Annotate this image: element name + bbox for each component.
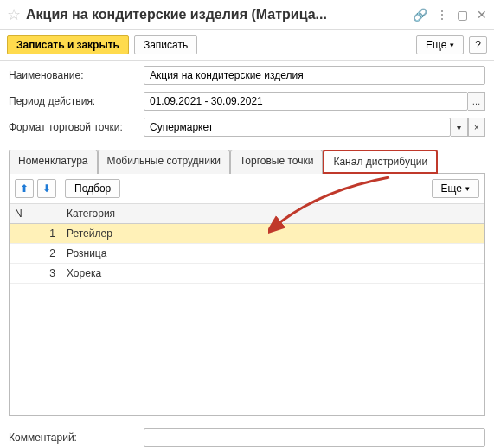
period-ellipsis-button[interactable]: … [468, 92, 485, 111]
more-button[interactable]: Еще▾ [416, 35, 464, 54]
period-input[interactable] [144, 92, 468, 111]
period-label: Период действия: [9, 95, 138, 107]
name-label: Наименование: [9, 69, 138, 81]
move-down-button[interactable]: ⬇ [37, 179, 56, 198]
name-input[interactable] [144, 66, 485, 85]
arrow-up-icon: ⬆ [20, 182, 29, 195]
window-close-icon[interactable]: ✕ [477, 8, 487, 22]
tab-mobile-employees[interactable]: Мобильные сотрудники [98, 150, 230, 174]
format-input[interactable] [144, 118, 451, 137]
favorite-star-icon[interactable]: ☆ [7, 5, 21, 24]
link-icon[interactable]: 🔗 [413, 8, 427, 22]
tab-distribution-channel[interactable]: Канал дистрибуции [323, 150, 438, 174]
select-button[interactable]: Подбор [65, 179, 120, 198]
arrow-down-icon: ⬇ [42, 182, 51, 195]
window-maximize-icon[interactable]: ▢ [457, 8, 468, 22]
tab-trade-points[interactable]: Торговые точки [230, 150, 324, 174]
tab-nomenclature[interactable]: Номенклатура [9, 150, 98, 174]
table-row[interactable]: 1 Ретейлер [10, 224, 484, 244]
format-clear-button[interactable]: × [468, 118, 485, 137]
format-label: Формат торговой точки: [9, 121, 138, 133]
save-button[interactable]: Записать [134, 35, 197, 54]
table-row[interactable]: 3 Хорека [10, 264, 484, 284]
distribution-table[interactable]: N Категория 1 Ретейлер 2 Розница 3 Хорек… [10, 204, 484, 415]
col-header-category[interactable]: Категория [61, 204, 484, 223]
window-title: Акция на кондитерские изделия (Матрица..… [26, 7, 407, 22]
kebab-menu-icon[interactable]: ⋮ [436, 8, 448, 22]
save-and-close-button[interactable]: Записать и закрыть [7, 35, 129, 54]
move-up-button[interactable]: ⬆ [15, 179, 34, 198]
chevron-down-icon: ▾ [450, 41, 454, 49]
chevron-down-icon: ▾ [465, 184, 470, 193]
table-row[interactable]: 2 Розница [10, 244, 484, 264]
format-dropdown-button[interactable]: ▾ [451, 118, 468, 137]
tab-more-button[interactable]: Еще▾ [432, 179, 479, 198]
comment-label: Комментарий: [9, 432, 138, 444]
help-button[interactable]: ? [469, 36, 487, 54]
col-header-n[interactable]: N [10, 204, 61, 223]
comment-input[interactable] [144, 428, 485, 447]
